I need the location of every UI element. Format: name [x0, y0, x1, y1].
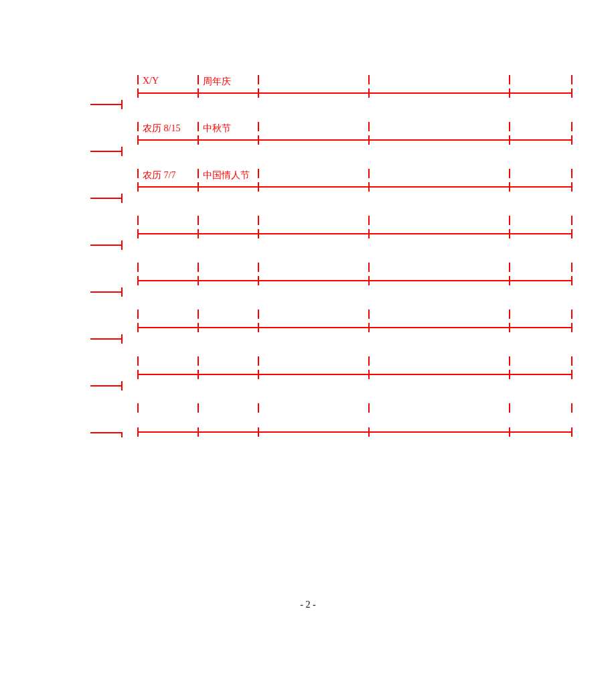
- left-mark: [90, 338, 123, 385]
- tick-mark: [571, 403, 572, 413]
- table-row: [137, 214, 572, 261]
- tick-mark: [137, 276, 139, 285]
- tick-mark: [198, 356, 199, 366]
- tick-mark: [198, 169, 199, 178]
- tick-mark: [571, 309, 572, 319]
- row-baseline: [137, 374, 572, 375]
- tick-mark: [509, 75, 510, 84]
- page-number: - 2 -: [0, 600, 616, 610]
- tick-mark: [368, 216, 370, 225]
- tick-mark: [509, 309, 510, 319]
- tick-mark: [571, 122, 572, 131]
- table-cell: 中国情人节: [203, 169, 250, 182]
- tick-mark: [258, 309, 259, 319]
- tick-mark: [509, 216, 510, 225]
- tick-mark: [571, 356, 572, 366]
- tick-mark: [368, 229, 370, 238]
- tick-mark: [258, 427, 259, 437]
- tick-mark: [258, 182, 259, 192]
- left-mark: [90, 291, 123, 338]
- tick-mark: [198, 88, 199, 98]
- tick-mark: [198, 276, 199, 285]
- table-row: [137, 308, 572, 355]
- tick-mark: [509, 88, 510, 98]
- tick-mark: [509, 403, 510, 413]
- tick-mark: [368, 182, 370, 192]
- tick-mark: [198, 182, 199, 192]
- table-row: [137, 355, 572, 402]
- tick-mark: [198, 323, 199, 332]
- tick-mark: [258, 135, 259, 145]
- tick-mark: [571, 427, 572, 437]
- tick-mark: [368, 276, 370, 285]
- tick-mark: [258, 323, 259, 332]
- row-baseline: [137, 233, 572, 234]
- tick-mark: [368, 356, 370, 366]
- tick-mark: [258, 216, 259, 225]
- tick-mark: [198, 216, 199, 225]
- tick-mark: [198, 229, 199, 238]
- tick-mark: [258, 403, 259, 413]
- tick-mark: [258, 169, 259, 178]
- tick-mark: [258, 263, 259, 272]
- table-row: 农历 7/7中国情人节: [137, 167, 572, 214]
- tick-mark: [137, 75, 139, 84]
- table-row: 农历 8/15中秋节: [137, 121, 572, 167]
- table: X/Y周年庆农历 8/15中秋节农历 7/7中国情人节: [137, 74, 572, 449]
- tick-mark: [509, 263, 510, 272]
- tick-mark: [198, 403, 199, 413]
- tick-mark: [258, 229, 259, 238]
- tick-mark: [368, 263, 370, 272]
- left-mark: [90, 432, 123, 479]
- tick-mark: [368, 403, 370, 413]
- table-row: [137, 402, 572, 449]
- tick-mark: [509, 182, 510, 192]
- tick-mark: [509, 370, 510, 379]
- row-baseline: [137, 92, 572, 94]
- tick-mark: [368, 135, 370, 145]
- tick-mark: [258, 88, 259, 98]
- tick-mark: [368, 370, 370, 379]
- tick-mark: [137, 122, 139, 131]
- tick-mark: [137, 135, 139, 145]
- tick-mark: [509, 169, 510, 178]
- tick-mark: [198, 263, 199, 272]
- tick-mark: [571, 75, 572, 84]
- tick-mark: [571, 182, 572, 192]
- tick-mark: [137, 309, 139, 319]
- tick-mark: [137, 323, 139, 332]
- tick-mark: [258, 75, 259, 84]
- tick-mark: [571, 169, 572, 178]
- tick-mark: [198, 75, 199, 84]
- tick-mark: [368, 427, 370, 437]
- row-baseline: [137, 327, 572, 328]
- left-mark: [90, 245, 123, 291]
- tick-mark: [137, 216, 139, 225]
- tick-mark: [368, 169, 370, 178]
- tick-mark: [571, 370, 572, 379]
- tick-mark: [571, 229, 572, 238]
- tick-mark: [137, 169, 139, 178]
- table-cell: 周年庆: [203, 76, 231, 88]
- tick-mark: [137, 403, 139, 413]
- tick-mark: [571, 276, 572, 285]
- left-mark: [90, 198, 123, 245]
- tick-mark: [571, 263, 572, 272]
- table-row: [137, 261, 572, 308]
- tick-mark: [571, 135, 572, 145]
- table-cell: X/Y: [143, 76, 159, 86]
- tick-mark: [198, 370, 199, 379]
- tick-mark: [509, 122, 510, 131]
- tick-mark: [509, 135, 510, 145]
- row-baseline: [137, 431, 572, 433]
- tick-mark: [137, 229, 139, 238]
- row-baseline: [137, 280, 572, 281]
- tick-mark: [137, 370, 139, 379]
- left-mark: [90, 151, 123, 198]
- tick-mark: [198, 427, 199, 437]
- tick-mark: [509, 276, 510, 285]
- tick-mark: [368, 309, 370, 319]
- tick-mark: [368, 75, 370, 84]
- tick-mark: [571, 323, 572, 332]
- tick-mark: [198, 309, 199, 319]
